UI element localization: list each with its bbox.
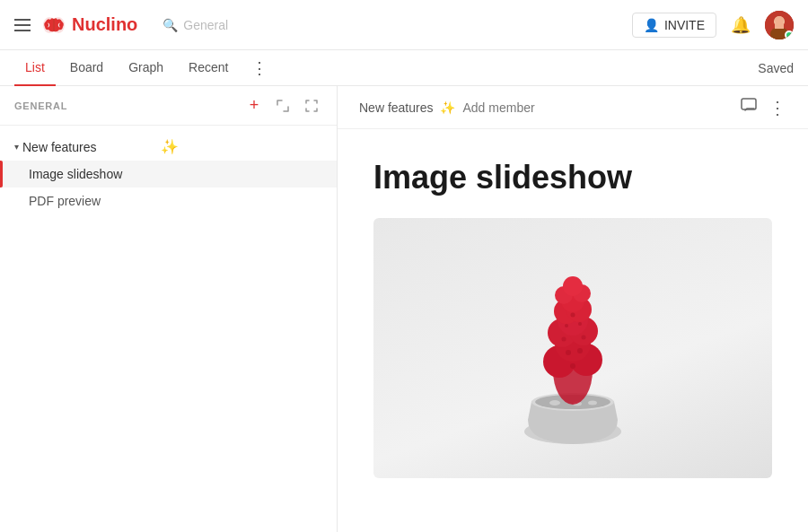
svg-point-29 [577,348,583,353]
search-placeholder: General [183,18,228,32]
group-chevron-icon: ▾ [14,142,19,152]
tabs-bar: List Board Graph Recent ⋮ Saved [0,50,808,86]
comment-icon[interactable] [740,96,758,118]
svg-point-33 [565,324,568,327]
navbar-right: 👤 INVITE 🔔 [632,11,794,39]
navbar-left: Nuclino 🔍 General [14,14,228,36]
add-member-button[interactable]: Add member [462,100,534,115]
group-title: New features [22,140,157,154]
expand-icon [276,99,290,113]
svg-point-34 [578,322,582,326]
sidebar-group-new-features[interactable]: ▾ New features ✨ ⧉ [0,133,337,161]
sidebar-collapse-button[interactable] [301,95,322,117]
svg-point-12 [549,400,560,406]
invite-person-icon: 👤 [644,18,659,32]
cactus-illustration [373,218,772,478]
breadcrumb-emoji: ✨ [440,100,455,115]
navbar: Nuclino 🔍 General 👤 INVITE 🔔 [0,0,808,50]
tabs-more-button[interactable]: ⋮ [246,58,273,78]
saved-label: Saved [758,61,794,75]
sidebar-item-label: Image slideshow [29,167,122,181]
svg-point-31 [562,337,566,342]
avatar[interactable] [765,11,794,39]
online-status-indicator [785,31,794,39]
svg-rect-7 [775,23,784,29]
tab-board[interactable]: Board [59,50,114,86]
breadcrumb-text: New features [359,100,433,115]
svg-point-30 [570,363,575,369]
svg-point-27 [563,276,583,296]
svg-point-28 [566,350,571,355]
cactus-svg [447,227,698,460]
notification-bell-icon[interactable]: 🔔 [731,15,751,35]
content-image [373,218,772,478]
more-options-icon[interactable]: ⋮ [768,97,786,118]
document-title: Image slideshow [373,158,772,196]
content-header-actions: ⋮ [740,96,786,118]
hamburger-menu-icon[interactable] [14,19,31,31]
sidebar-content: ▾ New features ✨ ⧉ Image slideshow PDF p… [0,126,337,532]
collapse-icon [304,99,319,113]
tab-recent[interactable]: Recent [178,50,239,86]
search-icon: 🔍 [162,18,178,32]
group-emoji: ✨ [161,138,179,155]
svg-point-35 [571,313,575,318]
sidebar-item-image-slideshow[interactable]: Image slideshow [0,161,337,188]
svg-point-32 [582,336,586,340]
logo-area: Nuclino [41,14,137,36]
tab-graph[interactable]: Graph [118,50,174,86]
content-pane: New features ✨ Add member ⋮ Image slides… [338,86,808,532]
sidebar-item-pdf-preview[interactable]: PDF preview [0,188,337,214]
brain-logo-icon [41,14,66,36]
sidebar-add-button[interactable]: + [243,95,265,117]
search-area[interactable]: 🔍 General [162,18,228,32]
svg-point-14 [588,401,597,406]
content-header: New features ✨ Add member ⋮ [338,86,808,129]
content-body: Image slideshow [338,129,808,532]
breadcrumb-area: New features ✨ Add member [359,100,740,115]
main-area: GENERAL + ▾ New features ✨ [0,86,808,532]
invite-label: INVITE [664,18,705,32]
sidebar-header: GENERAL + [0,86,337,126]
sidebar-actions: + [243,95,322,117]
sidebar-expand-button[interactable] [272,95,294,117]
sidebar: GENERAL + ▾ New features ✨ [0,86,338,532]
invite-button[interactable]: 👤 INVITE [632,13,716,38]
sidebar-item-label: PDF preview [29,194,101,208]
sidebar-workspace-title: GENERAL [14,100,243,111]
logo-text: Nuclino [72,14,137,35]
tab-list[interactable]: List [14,50,56,86]
svg-rect-8 [742,99,756,109]
